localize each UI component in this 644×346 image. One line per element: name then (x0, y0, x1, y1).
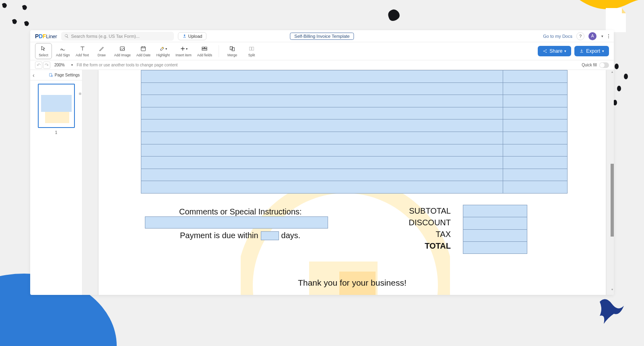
insert-item-tool[interactable]: ▾ Insert item (174, 43, 193, 59)
app-window: PDFLiner Search forms (e.g. US Tax Form)… (30, 30, 614, 295)
user-menu-caret-icon[interactable]: ▾ (601, 34, 603, 38)
invoice-items-amount-col (503, 70, 567, 193)
table-row[interactable] (503, 169, 567, 181)
totals-values (463, 205, 527, 254)
scroll-down-icon[interactable]: ▾ (611, 288, 614, 291)
chevron-down-icon: ▾ (71, 63, 73, 67)
table-row[interactable] (503, 181, 567, 193)
search-icon (64, 34, 69, 38)
fields-icon (201, 45, 208, 52)
avatar[interactable]: A (588, 32, 597, 40)
total-label: TOTAL (425, 241, 451, 251)
bg-spots-top-right (612, 60, 632, 109)
svg-rect-7 (202, 47, 204, 48)
table-row[interactable] (141, 181, 503, 193)
document-title-chip[interactable]: Self-Billing Invoice Template (290, 33, 354, 40)
invoice-items-table (141, 70, 568, 194)
chevron-down-icon: ▾ (602, 49, 604, 53)
quick-fill-toggle[interactable] (599, 62, 609, 68)
sidebar-collapse-icon[interactable]: ‹ (33, 72, 35, 78)
toolbar-divider (219, 45, 219, 57)
document-viewport[interactable]: PDF (83, 70, 614, 295)
thank-you-text: Thank you for your business! (99, 278, 606, 288)
table-row[interactable] (141, 144, 503, 157)
redo-button[interactable]: ↷ (43, 62, 50, 69)
discount-input[interactable] (463, 217, 527, 229)
invoice-items-description-col (141, 70, 503, 193)
merge-tool[interactable]: Merge (224, 43, 241, 59)
payment-days-input[interactable] (261, 231, 279, 240)
discount-label: DISCOUNT (409, 218, 451, 227)
calendar-icon (140, 45, 147, 52)
select-tool[interactable]: Select (35, 43, 52, 59)
svg-rect-13 (252, 47, 254, 50)
add-date-tool[interactable]: Add Date (135, 43, 152, 59)
scroll-up-icon[interactable]: ▴ (611, 70, 614, 73)
comments-input[interactable] (145, 216, 328, 229)
subtotal-label: SUBTOTAL (409, 206, 451, 216)
add-fields-tool[interactable]: Add fields (196, 43, 214, 59)
svg-point-15 (546, 49, 547, 50)
totals-labels: SUBTOTAL DISCOUNT TAX TOTAL (405, 206, 451, 251)
table-row[interactable] (503, 144, 567, 157)
svg-point-16 (546, 52, 547, 53)
svg-point-18 (51, 75, 53, 77)
page-thumbnail[interactable] (38, 84, 75, 128)
payment-terms-row: Payment is due within days. (180, 231, 300, 240)
pencil-icon (99, 45, 105, 52)
bg-blob-top (386, 8, 402, 24)
payment-suffix-label: days. (281, 231, 301, 240)
table-row[interactable] (503, 70, 567, 82)
tax-input[interactable] (463, 229, 527, 241)
export-button[interactable]: Export ▾ (574, 46, 609, 56)
table-row[interactable] (141, 70, 503, 82)
svg-point-1 (615, 64, 619, 69)
share-button[interactable]: Share ▾ (538, 46, 571, 56)
table-row[interactable] (503, 107, 567, 119)
svg-point-2 (624, 74, 628, 79)
add-image-tool[interactable]: Add Image (113, 43, 132, 59)
total-input[interactable] (463, 241, 527, 253)
table-row[interactable] (141, 119, 503, 132)
more-menu-icon[interactable] (608, 34, 609, 38)
document-page: PDF (99, 70, 606, 295)
main-area: ‹ Page Settings 1 PDF (30, 70, 614, 295)
go-to-docs-link[interactable]: Go to my Docs (543, 34, 572, 39)
comments-label: Comments or Special Instructions: (179, 207, 302, 216)
table-row[interactable] (503, 95, 567, 107)
scrollbar-thumb[interactable] (611, 164, 614, 237)
logo: PDFLiner (35, 33, 57, 39)
svg-rect-12 (250, 47, 252, 50)
search-input[interactable]: Search forms (e.g. US Tax Form)... (61, 32, 174, 41)
split-icon (248, 45, 255, 52)
table-row[interactable] (141, 169, 503, 181)
upload-icon (182, 34, 187, 38)
table-row[interactable] (141, 107, 503, 119)
table-row[interactable] (141, 82, 503, 95)
help-button[interactable]: ? (576, 32, 584, 40)
table-row[interactable] (503, 156, 567, 169)
upload-button[interactable]: Upload (178, 32, 207, 40)
vertical-scrollbar[interactable]: ▴ ▾ (611, 70, 614, 291)
table-row[interactable] (503, 132, 567, 144)
page-settings-button[interactable]: Page Settings (49, 73, 80, 77)
svg-rect-9 (202, 49, 207, 50)
table-row[interactable] (503, 82, 567, 95)
merge-icon (229, 45, 235, 52)
svg-point-3 (617, 86, 621, 91)
table-row[interactable] (141, 156, 503, 169)
add-text-tool[interactable]: Add Text (74, 43, 91, 59)
zoom-select[interactable]: 200% ▾ (54, 63, 73, 67)
undo-button[interactable]: ↶ (35, 62, 42, 69)
split-tool[interactable]: Split (243, 43, 260, 59)
share-icon (543, 49, 547, 54)
table-row[interactable] (141, 95, 503, 107)
table-row[interactable] (141, 132, 503, 144)
subtotal-input[interactable] (463, 205, 527, 217)
top-header: PDFLiner Search forms (e.g. US Tax Form)… (30, 30, 614, 42)
table-row[interactable] (503, 119, 567, 132)
highlight-tool[interactable]: ▾ Highlight (155, 43, 171, 59)
add-sign-tool[interactable]: Add Sign (54, 43, 72, 59)
sub-toolbar: ↶ ↷ 200% ▾ Fill the form or use another … (30, 60, 614, 70)
draw-tool[interactable]: Draw (93, 43, 110, 59)
